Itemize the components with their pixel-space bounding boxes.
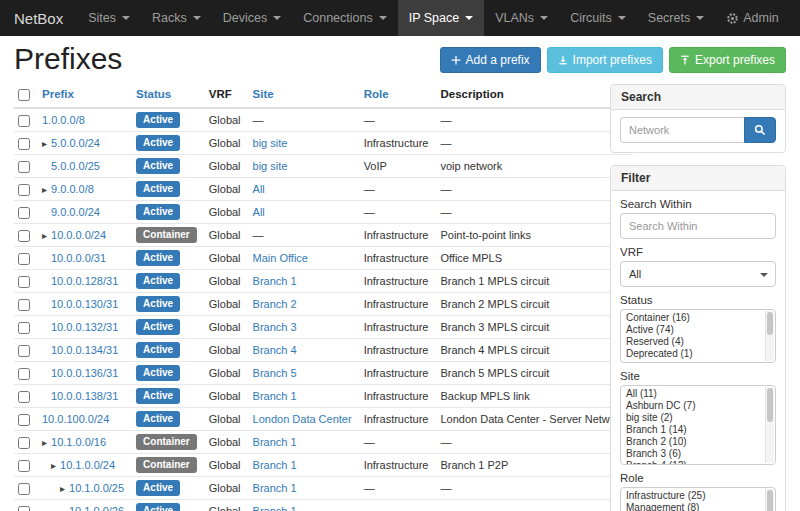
site-link[interactable]: Branch 5 (253, 367, 297, 379)
site-listbox[interactable]: All (11)Ashburn DC (7)big site (2)Branch… (620, 385, 776, 465)
prefix-link[interactable]: 10.0.0.128/31 (51, 275, 118, 287)
site-link[interactable]: Branch 1 (253, 390, 297, 402)
prefix-link[interactable]: 10.0.0.134/31 (51, 344, 118, 356)
row-checkbox[interactable] (18, 115, 30, 127)
add-prefix-button[interactable]: Add a prefix (440, 47, 541, 73)
scrollbar-thumb[interactable] (767, 388, 773, 422)
expand-children-icon[interactable]: ▸ (42, 230, 47, 241)
site-link[interactable]: Branch 1 (253, 275, 297, 287)
site-link[interactable]: Branch 1 (253, 459, 297, 471)
row-checkbox[interactable] (18, 161, 30, 173)
scrollbar-thumb[interactable] (767, 312, 773, 335)
listbox-option[interactable]: All (11) (621, 388, 763, 400)
listbox-option[interactable]: Reserved (4) (621, 336, 763, 348)
listbox-option[interactable]: Management (8) (621, 502, 763, 511)
nav-item-secrets[interactable]: Secrets (637, 0, 715, 36)
status-listbox[interactable]: Container (16)Active (74)Reserved (4)Dep… (620, 309, 776, 363)
listbox-option[interactable]: Active (74) (621, 324, 763, 336)
expand-children-icon[interactable]: ▸ (42, 184, 47, 195)
row-checkbox[interactable] (18, 322, 30, 334)
column-header-status[interactable]: Status (132, 84, 205, 108)
row-checkbox[interactable] (18, 345, 30, 357)
row-checkbox[interactable] (18, 184, 30, 196)
row-checkbox[interactable] (18, 391, 30, 403)
site-link[interactable]: All (253, 183, 265, 195)
row-checkbox[interactable] (18, 368, 30, 380)
prefix-link[interactable]: 5.0.0.0/24 (51, 137, 100, 149)
search-input[interactable] (620, 117, 744, 143)
nav-item-racks[interactable]: Racks (141, 0, 212, 36)
search-within-input[interactable] (620, 213, 776, 239)
row-checkbox[interactable] (18, 253, 30, 265)
site-link[interactable]: big site (253, 160, 288, 172)
listbox-option[interactable]: Branch 1 (14) (621, 424, 763, 436)
prefix-link[interactable]: 10.1.0.0/24 (60, 459, 115, 471)
prefix-link[interactable]: 10.0.0.130/31 (51, 298, 118, 310)
nav-item-connections[interactable]: Connections (292, 0, 398, 36)
site-link[interactable]: Branch 1 (253, 505, 297, 511)
listbox-option[interactable]: Deprecated (1) (621, 348, 763, 360)
export-prefixes-button[interactable]: Export prefixes (669, 47, 786, 73)
row-checkbox[interactable] (18, 299, 30, 311)
listbox-option[interactable]: Branch 2 (10) (621, 436, 763, 448)
site-link[interactable]: Branch 3 (253, 321, 297, 333)
vrf-select[interactable]: All (620, 261, 776, 287)
scrollbar-thumb[interactable] (767, 490, 773, 511)
row-checkbox[interactable] (18, 437, 30, 449)
site-listbox-scrollbar[interactable] (765, 387, 774, 463)
select-all-checkbox[interactable] (18, 89, 30, 101)
row-checkbox[interactable] (18, 460, 30, 472)
prefix-link[interactable]: 10.0.0.138/31 (51, 390, 118, 402)
row-checkbox[interactable] (18, 276, 30, 288)
expand-children-icon[interactable]: ▸ (42, 138, 47, 149)
site-link[interactable]: Branch 1 (253, 482, 297, 494)
role-listbox[interactable]: Infrastructure (25)Management (8)Private… (620, 487, 776, 511)
site-link[interactable]: All (253, 206, 265, 218)
listbox-option[interactable]: Infrastructure (25) (621, 490, 763, 502)
prefix-link[interactable]: 5.0.0.0/25 (51, 160, 100, 172)
nav-item-circuits[interactable]: Circuits (559, 0, 637, 36)
row-checkbox[interactable] (18, 414, 30, 426)
prefix-link[interactable]: 10.0.100.0/24 (42, 413, 109, 425)
row-checkbox[interactable] (18, 506, 30, 511)
row-checkbox[interactable] (18, 230, 30, 242)
brand-link[interactable]: NetBox (0, 0, 77, 36)
status-listbox-scrollbar[interactable] (765, 311, 774, 361)
nav-item-profile[interactable]: Profile (790, 0, 800, 36)
expand-children-icon[interactable]: ▸ (42, 437, 47, 448)
site-link[interactable]: Branch 2 (253, 298, 297, 310)
column-header-site[interactable]: Site (249, 84, 360, 108)
site-link[interactable]: big site (253, 137, 288, 149)
expand-children-icon[interactable]: ▸ (51, 460, 56, 471)
listbox-option[interactable]: Ashburn DC (7) (621, 400, 763, 412)
site-link[interactable]: Branch 4 (253, 344, 297, 356)
listbox-option[interactable]: big site (2) (621, 412, 763, 424)
prefix-link[interactable]: 9.0.0.0/24 (51, 206, 100, 218)
prefix-link[interactable]: 10.0.0.0/24 (51, 229, 106, 241)
expand-children-icon[interactable]: ▸ (60, 483, 65, 494)
row-checkbox[interactable] (18, 138, 30, 150)
prefix-link[interactable]: 1.0.0.0/8 (42, 114, 85, 126)
prefix-link[interactable]: 10.0.0.136/31 (51, 367, 118, 379)
search-button[interactable] (744, 117, 776, 143)
listbox-option[interactable]: Container (16) (621, 312, 763, 324)
site-link[interactable]: Main Office (253, 252, 308, 264)
prefix-link[interactable]: 9.0.0.0/8 (51, 183, 94, 195)
site-link[interactable]: Branch 1 (253, 436, 297, 448)
role-listbox-scrollbar[interactable] (765, 489, 774, 511)
row-checkbox[interactable] (18, 207, 30, 219)
nav-item-sites[interactable]: Sites (77, 0, 141, 36)
site-link[interactable]: London Data Center (253, 413, 352, 425)
import-prefixes-button[interactable]: Import prefixes (547, 47, 663, 73)
prefix-link[interactable]: 10.1.0.0/25 (69, 482, 124, 494)
listbox-option[interactable]: Branch 4 (12) (621, 460, 763, 465)
prefix-link[interactable]: 10.1.0.0/26 (69, 505, 124, 511)
column-header-role[interactable]: Role (360, 84, 437, 108)
nav-item-vlans[interactable]: VLANs (484, 0, 559, 36)
prefix-link[interactable]: 10.0.0.132/31 (51, 321, 118, 333)
prefix-link[interactable]: 10.1.0.0/16 (51, 436, 106, 448)
listbox-option[interactable]: Branch 3 (6) (621, 448, 763, 460)
row-checkbox[interactable] (18, 483, 30, 495)
nav-item-devices[interactable]: Devices (212, 0, 292, 36)
nav-item-ip-space[interactable]: IP Space (398, 0, 485, 36)
